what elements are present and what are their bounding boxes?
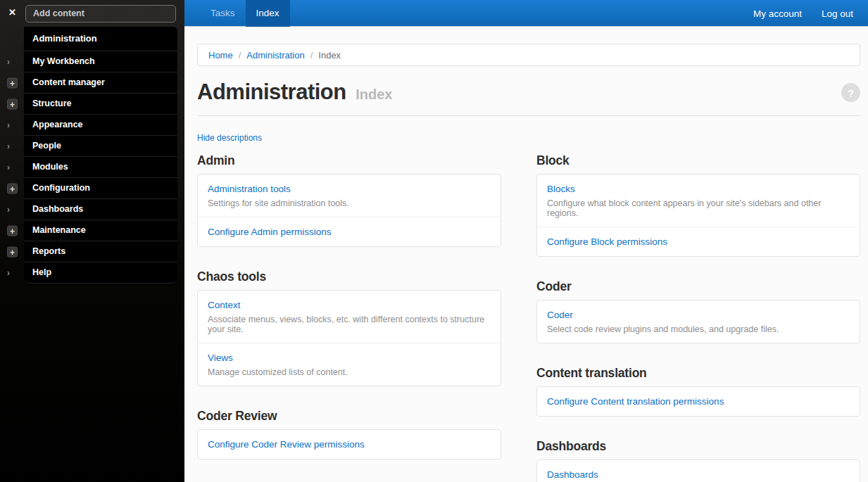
breadcrumb: Home/Administration/Index: [197, 44, 860, 66]
section-block: BlockBlocksConfigure what block content …: [536, 153, 860, 257]
section-heading-block: Block: [536, 153, 860, 167]
panel-row: ContextAssociate menus, views, blocks, e…: [198, 291, 501, 343]
blocks-link[interactable]: Blocks: [547, 184, 575, 194]
panel-row: Configure Admin permissions: [198, 217, 501, 246]
tab-index[interactable]: Index: [246, 0, 290, 27]
section-admin: AdminAdministration toolsSettings for si…: [197, 153, 501, 247]
section-heading-chaos-tools: Chaos tools: [197, 269, 501, 284]
help-button[interactable]: ?: [841, 83, 860, 102]
sidebar-item-reports[interactable]: +Reports: [24, 241, 177, 262]
section-coder-review: Coder ReviewConfigure Coder Review permi…: [197, 409, 501, 459]
breadcrumb-current: Index: [318, 50, 341, 61]
plus-icon[interactable]: +: [7, 77, 18, 88]
sidebar-item-label: Reports: [32, 246, 65, 256]
section-panel: DashboardsAdminister dashboards.Settings: [536, 459, 860, 482]
sidebar-item-modules[interactable]: ›Modules: [24, 156, 177, 177]
breadcrumb-separator: /: [239, 50, 241, 61]
left-column: AdminAdministration toolsSettings for si…: [197, 144, 501, 482]
sidebar-item-my-workbench[interactable]: ›My Workbench: [24, 51, 177, 72]
toolbar-tabs: TasksIndex: [200, 0, 290, 27]
sidebar-item-dashboards[interactable]: ›Dashboards: [24, 198, 177, 220]
close-icon[interactable]: ✕: [8, 7, 16, 18]
section-chaos-tools: Chaos toolsContextAssociate menus, views…: [197, 269, 501, 386]
section-heading-coder: Coder: [536, 279, 860, 293]
sidebar-item-configuration[interactable]: +Configuration: [24, 177, 177, 198]
link-description: Manage customized lists of content.: [208, 367, 491, 377]
sidebar-item-content-manager[interactable]: +Content manager: [24, 72, 177, 93]
my-account-link[interactable]: My account: [753, 8, 802, 19]
panel-row: DashboardsAdminister dashboards.: [537, 460, 860, 482]
sidebar-item-label: People: [32, 141, 61, 151]
link-description: Select code review plugins and modules, …: [547, 324, 850, 334]
sidebar-item-people[interactable]: ›People: [24, 135, 177, 156]
panel-row: Administration toolsSettings for site ad…: [198, 175, 501, 217]
section-dashboards: DashboardsDashboardsAdminister dashboard…: [536, 439, 860, 482]
chevron-right-icon[interactable]: ›: [7, 268, 10, 278]
configure-content-translation-permissions-link[interactable]: Configure Content translation permission…: [547, 396, 724, 407]
breadcrumb-link-home[interactable]: Home: [208, 50, 233, 61]
sidebar-item-label: Help: [32, 267, 51, 277]
plus-icon[interactable]: +: [7, 246, 18, 257]
sidebar-item-label: Maintenance: [32, 225, 86, 235]
admin-menu-panel: Administration ›My Workbench+Content man…: [24, 27, 177, 286]
chevron-right-icon[interactable]: ›: [7, 141, 10, 151]
sidebar-item-label: Structure: [32, 99, 72, 108]
page-subtitle: Index: [356, 87, 392, 103]
link-description: Associate menus, views, blocks, etc. wit…: [208, 315, 491, 334]
tab-tasks[interactable]: Tasks: [200, 0, 246, 27]
sidebar-item-help[interactable]: ›Help: [24, 262, 177, 284]
section-panel: BlocksConfigure what block content appea…: [536, 174, 860, 257]
dashboards-link[interactable]: Dashboards: [547, 469, 598, 480]
add-content-shortcut[interactable]: Add content: [25, 5, 176, 23]
sidebar-item-structure[interactable]: +Structure: [24, 93, 177, 114]
sidebar-item-label: Appearance: [32, 120, 83, 129]
plus-icon[interactable]: +: [7, 225, 18, 236]
panel-row: BlocksConfigure what block content appea…: [537, 175, 860, 227]
chevron-right-icon[interactable]: ›: [7, 120, 10, 130]
plus-icon[interactable]: +: [7, 183, 18, 194]
breadcrumb-separator: /: [310, 50, 313, 61]
plus-icon[interactable]: +: [7, 99, 18, 109]
account-links: My accountLog out: [753, 0, 853, 27]
page-header: Administration Index ?: [197, 79, 860, 107]
configure-block-permissions-link[interactable]: Configure Block permissions: [547, 236, 667, 247]
section-panel: Configure Coder Review permissions: [197, 429, 501, 459]
sidebar-item-maintenance[interactable]: +Maintenance: [24, 220, 177, 241]
coder-link[interactable]: Coder: [547, 310, 573, 320]
chevron-right-icon[interactable]: ›: [7, 205, 10, 215]
breadcrumb-link-administration[interactable]: Administration: [246, 50, 304, 61]
section-content-translation: Content translationConfigure Content tra…: [536, 366, 860, 417]
section-heading-admin: Admin: [197, 153, 501, 167]
link-description: Configure what block content appears in …: [547, 198, 850, 218]
admin-index-columns: AdminAdministration toolsSettings for si…: [197, 144, 860, 482]
page-title: Administration: [197, 79, 346, 106]
section-coder: CoderCoderSelect code review plugins and…: [536, 279, 860, 343]
panel-row: Configure Block permissions: [537, 227, 860, 256]
section-panel: Administration toolsSettings for site ad…: [197, 174, 501, 247]
chevron-right-icon[interactable]: ›: [7, 57, 10, 67]
context-link[interactable]: Context: [208, 300, 241, 310]
admin-menu-sidebar: ✕ Add content Administration ›My Workben…: [0, 0, 184, 482]
right-column: BlockBlocksConfigure what block content …: [536, 144, 860, 482]
configure-admin-permissions-link[interactable]: Configure Admin permissions: [208, 227, 332, 237]
section-panel: Configure Content translation permission…: [536, 386, 860, 417]
sidebar-item-label: Content manager: [32, 77, 105, 87]
panel-row: ViewsManage customized lists of content.: [198, 343, 501, 386]
log-out-link[interactable]: Log out: [822, 8, 853, 19]
panel-row: Configure Content translation permission…: [537, 387, 860, 416]
sidebar-item-appearance[interactable]: ›Appearance: [24, 114, 177, 135]
panel-row: CoderSelect code review plugins and modu…: [537, 300, 860, 343]
section-panel: ContextAssociate menus, views, blocks, e…: [197, 290, 501, 386]
administration-tools-link[interactable]: Administration tools: [208, 184, 291, 194]
sidebar-item-label: Dashboards: [32, 204, 83, 214]
menu-title: Administration: [24, 27, 177, 51]
chevron-right-icon[interactable]: ›: [7, 163, 10, 172]
section-heading-dashboards: Dashboards: [536, 439, 860, 453]
section-heading-coder-review: Coder Review: [197, 409, 501, 423]
views-link[interactable]: Views: [208, 353, 233, 363]
hide-descriptions-link[interactable]: Hide descriptions: [197, 133, 262, 143]
configure-coder-review-permissions-link[interactable]: Configure Coder Review permissions: [208, 439, 365, 450]
header-divider: [197, 115, 860, 116]
admin-toolbar: TasksIndex My accountLog out: [184, 0, 868, 27]
section-panel: CoderSelect code review plugins and modu…: [536, 300, 860, 343]
